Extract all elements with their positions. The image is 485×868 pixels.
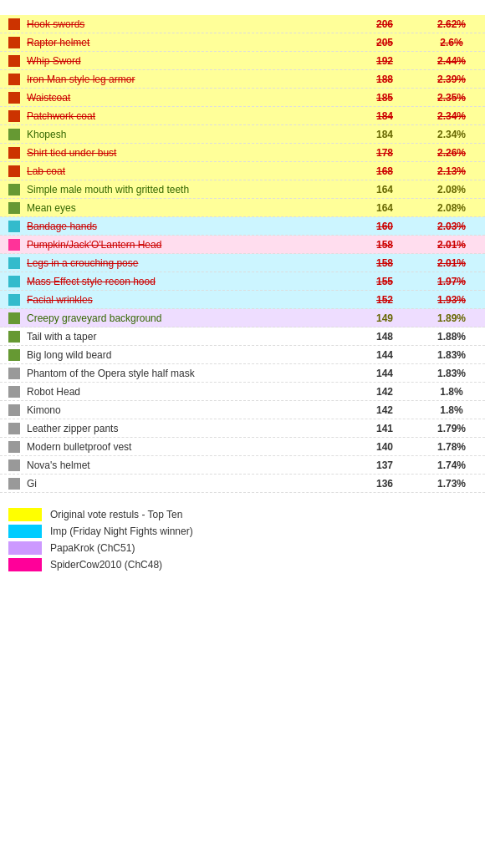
table-row: Patchwork coat 184 2.34% — [0, 107, 485, 125]
row-count: 152 — [351, 294, 418, 306]
row-label: Simple male mouth with gritted teeth — [27, 184, 351, 195]
table-row: Creepy graveyard background 149 1.89% — [0, 309, 485, 327]
row-label: Iron Man style leg armor — [27, 74, 351, 85]
row-percent: 1.74% — [418, 459, 485, 471]
row-color-box — [8, 312, 20, 324]
row-label: Mean eyes — [27, 202, 351, 214]
row-label: Robot Head — [27, 386, 351, 398]
table-body: Hook swords 206 2.62% Raptor helmet 205 … — [0, 15, 485, 493]
legend: Original vote restuls - Top Ten Imp (Fri… — [0, 501, 485, 578]
table-row: Robot Head 142 1.8% — [0, 383, 485, 401]
row-label: Pumpkin/Jack'O'Lantern Head — [27, 239, 351, 251]
table-row: Gi 136 1.73% — [0, 475, 485, 493]
row-percent: 2.08% — [418, 184, 485, 195]
row-color-box — [8, 184, 20, 195]
table-row: Simple male mouth with gritted teeth 164… — [0, 180, 485, 199]
row-percent: 2.34% — [418, 129, 485, 140]
row-count: 142 — [351, 386, 418, 398]
row-percent: 2.26% — [418, 147, 485, 159]
row-color-box — [8, 74, 20, 85]
legend-color-pink — [8, 558, 42, 571]
row-count: 158 — [351, 257, 418, 269]
row-percent: 2.62% — [418, 18, 485, 30]
row-count: 137 — [351, 459, 418, 471]
row-percent: 1.89% — [418, 312, 485, 324]
row-color-box — [8, 331, 20, 343]
row-color-box — [8, 386, 20, 398]
table-row: Leather zipper pants 141 1.79% — [0, 419, 485, 438]
table-row: Whip Sword 192 2.44% — [0, 52, 485, 70]
row-label: Legs in a crouching pose — [27, 257, 351, 269]
row-color-box — [8, 55, 20, 67]
row-label: Phantom of the Opera style half mask — [27, 368, 351, 379]
row-percent: 1.79% — [418, 423, 485, 434]
legend-label-cyan: Imp (Friday Night Fights winner) — [50, 525, 193, 537]
row-count: 184 — [351, 129, 418, 140]
row-count: 148 — [351, 331, 418, 343]
row-count: 140 — [351, 441, 418, 453]
legend-label-pink: SpiderCow2010 (ChC48) — [50, 559, 162, 571]
legend-item-cyan: Imp (Friday Night Fights winner) — [8, 525, 477, 538]
row-color-box — [8, 37, 20, 48]
row-count: 142 — [351, 404, 418, 416]
row-label: Bandage hands — [27, 221, 351, 232]
table-row: Kimono 142 1.8% — [0, 401, 485, 419]
row-percent: 1.8% — [418, 404, 485, 416]
legend-item-yellow: Original vote restuls - Top Ten — [8, 508, 477, 521]
row-percent: 2.44% — [418, 55, 485, 67]
row-count: 178 — [351, 147, 418, 159]
row-count: 155 — [351, 276, 418, 287]
table-row: Shirt tied under bust 178 2.26% — [0, 144, 485, 162]
row-count: 192 — [351, 55, 418, 67]
row-color-box — [8, 147, 20, 159]
table-row: Legs in a crouching pose 158 2.01% — [0, 254, 485, 272]
row-count: 206 — [351, 18, 418, 30]
table-row: Iron Man style leg armor 188 2.39% — [0, 70, 485, 89]
row-label: Kimono — [27, 404, 351, 416]
row-color-box — [8, 294, 20, 306]
row-count: 164 — [351, 202, 418, 214]
table-row: Modern bulletproof vest 140 1.78% — [0, 438, 485, 456]
table-row: Mass Effect style recon hood 155 1.97% — [0, 272, 485, 291]
row-label: Khopesh — [27, 129, 351, 140]
row-label: Mass Effect style recon hood — [27, 276, 351, 287]
row-label: Lab coat — [27, 165, 351, 177]
row-color-box — [8, 349, 20, 361]
row-count: 164 — [351, 184, 418, 195]
row-label: Raptor helmet — [27, 37, 351, 48]
row-label: Waistcoat — [27, 92, 351, 104]
row-color-box — [8, 92, 20, 104]
legend-item-pink: SpiderCow2010 (ChC48) — [8, 558, 477, 571]
row-label: Tail with a taper — [27, 331, 351, 343]
row-label: Modern bulletproof vest — [27, 441, 351, 453]
table-row: Big long wild beard 144 1.83% — [0, 346, 485, 364]
row-percent: 1.8% — [418, 386, 485, 398]
table-row: Pumpkin/Jack'O'Lantern Head 158 2.01% — [0, 236, 485, 254]
row-count: 158 — [351, 239, 418, 251]
row-percent: 2.08% — [418, 202, 485, 214]
legend-color-yellow — [8, 508, 42, 521]
row-percent: 1.83% — [418, 368, 485, 379]
row-color-box — [8, 423, 20, 434]
table-row: Nova's helmet 137 1.74% — [0, 456, 485, 475]
legend-label-yellow: Original vote restuls - Top Ten — [50, 509, 182, 520]
row-label: Gi — [27, 478, 351, 490]
main-container: Hook swords 206 2.62% Raptor helmet 205 … — [0, 0, 485, 586]
row-color-box — [8, 221, 20, 232]
table-row: Facial wrinkles 152 1.93% — [0, 291, 485, 309]
row-count: 144 — [351, 368, 418, 379]
row-percent: 1.78% — [418, 441, 485, 453]
table-row: Lab coat 168 2.13% — [0, 162, 485, 180]
row-label: Hook swords — [27, 18, 351, 30]
row-count: 168 — [351, 165, 418, 177]
table-row: Raptor helmet 205 2.6% — [0, 33, 485, 52]
row-percent: 2.39% — [418, 74, 485, 85]
row-label: Shirt tied under bust — [27, 147, 351, 159]
row-percent: 2.6% — [418, 37, 485, 48]
row-count: 205 — [351, 37, 418, 48]
row-color-box — [8, 129, 20, 140]
table-row: Bandage hands 160 2.03% — [0, 217, 485, 236]
row-count: 160 — [351, 221, 418, 232]
row-percent: 2.01% — [418, 239, 485, 251]
legend-color-lavender — [8, 541, 42, 555]
